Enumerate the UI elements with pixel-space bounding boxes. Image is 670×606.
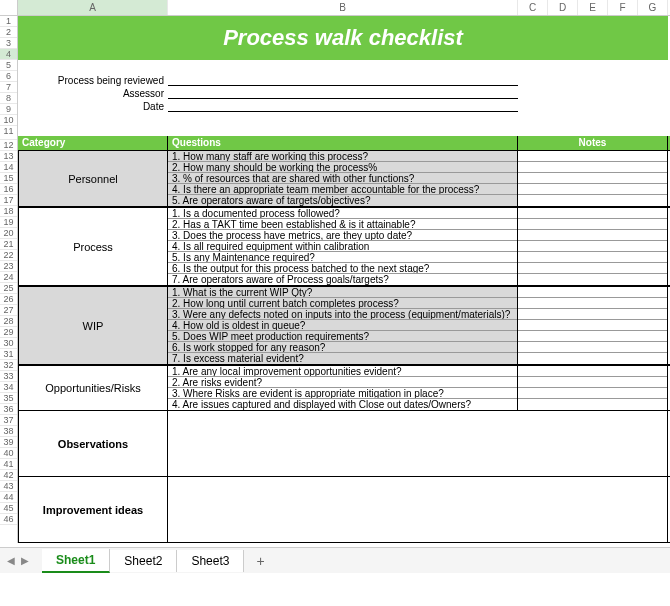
add-sheet-button[interactable]: + xyxy=(244,549,276,573)
row-header-42[interactable]: 42 xyxy=(0,470,17,481)
question-cell[interactable]: 1. What is the current WIP Qty? xyxy=(168,287,517,298)
row-header-43[interactable]: 43 xyxy=(0,481,17,492)
notes-cell[interactable] xyxy=(518,287,667,298)
question-cell[interactable]: 1. Is a documented process followed? xyxy=(168,208,517,219)
notes-cell[interactable] xyxy=(518,377,667,388)
tab-next-icon[interactable]: ▶ xyxy=(18,555,32,566)
notes-cell[interactable] xyxy=(518,309,667,320)
col-header-c[interactable]: C xyxy=(518,0,548,15)
row-header-10[interactable]: 10 xyxy=(0,115,17,126)
notes-cell[interactable] xyxy=(518,151,667,162)
row-header-5[interactable]: 5 xyxy=(0,60,17,71)
select-all-corner[interactable] xyxy=(0,0,18,15)
question-cell[interactable]: 2. Has a TAKT time been established & is… xyxy=(168,219,517,230)
row-header-18[interactable]: 18 xyxy=(0,206,17,217)
row-header-31[interactable]: 31 xyxy=(0,349,17,360)
row-header-20[interactable]: 20 xyxy=(0,228,17,239)
row-header-34[interactable]: 34 xyxy=(0,382,17,393)
notes-cell[interactable] xyxy=(518,331,667,342)
question-cell[interactable]: 6. Is the output for this process batche… xyxy=(168,263,517,274)
question-cell[interactable]: 3. % of resources that are shared with o… xyxy=(168,173,517,184)
col-header-g[interactable]: G xyxy=(638,0,668,15)
question-cell[interactable]: 5. Are operators aware of targets/object… xyxy=(168,195,517,206)
row-header-14[interactable]: 14 xyxy=(0,162,17,173)
row-header-45[interactable]: 45 xyxy=(0,503,17,514)
col-header-a[interactable]: A xyxy=(18,0,168,15)
row-header-21[interactable]: 21 xyxy=(0,239,17,250)
notes-cell[interactable] xyxy=(518,366,667,377)
question-cell[interactable]: 4. How old is oldest in queue? xyxy=(168,320,517,331)
question-cell[interactable]: 5. Is any Maintenance required? xyxy=(168,252,517,263)
notes-cell[interactable] xyxy=(518,388,667,399)
category-cell[interactable]: Opportunities/Risks xyxy=(18,366,168,410)
col-header-d[interactable]: D xyxy=(548,0,578,15)
notes-cell[interactable] xyxy=(518,298,667,309)
row-header-11[interactable]: 11 xyxy=(0,126,17,140)
row-header-3[interactable]: 3 xyxy=(0,38,17,49)
notes-cell[interactable] xyxy=(518,241,667,252)
question-cell[interactable]: 3. Where Risks are evident is appropriat… xyxy=(168,388,517,399)
row-header-28[interactable]: 28 xyxy=(0,316,17,327)
row-header-17[interactable]: 17 xyxy=(0,195,17,206)
category-cell[interactable]: Observations xyxy=(18,411,168,476)
freeform-cell[interactable] xyxy=(168,411,668,476)
col-header-f[interactable]: F xyxy=(608,0,638,15)
notes-cell[interactable] xyxy=(518,230,667,241)
process-input-line[interactable] xyxy=(168,75,518,86)
row-header-46[interactable]: 46 xyxy=(0,514,17,525)
question-cell[interactable]: 2. How many should be working the proces… xyxy=(168,162,517,173)
row-header-30[interactable]: 30 xyxy=(0,338,17,349)
category-cell[interactable]: Process xyxy=(18,208,168,285)
notes-cell[interactable] xyxy=(518,399,667,410)
category-cell[interactable]: Personnel xyxy=(18,151,168,206)
question-cell[interactable]: 2. Are risks evident? xyxy=(168,377,517,388)
tab-prev-icon[interactable]: ◀ xyxy=(4,555,18,566)
row-header-27[interactable]: 27 xyxy=(0,305,17,316)
row-header-32[interactable]: 32 xyxy=(0,360,17,371)
category-cell[interactable]: WIP xyxy=(18,287,168,364)
row-header-23[interactable]: 23 xyxy=(0,261,17,272)
sheet-tab-3[interactable]: Sheet3 xyxy=(177,550,244,572)
question-cell[interactable]: 3. Were any defects noted on inputs into… xyxy=(168,309,517,320)
assessor-input-line[interactable] xyxy=(168,88,518,99)
freeform-cell[interactable] xyxy=(168,477,668,542)
row-header-25[interactable]: 25 xyxy=(0,283,17,294)
row-header-13[interactable]: 13 xyxy=(0,151,17,162)
question-cell[interactable]: 4. Are issues captured and displayed wit… xyxy=(168,399,517,410)
row-header-12[interactable]: 12 xyxy=(0,140,17,151)
question-cell[interactable]: 2. How long until current batch complete… xyxy=(168,298,517,309)
notes-cell[interactable] xyxy=(518,252,667,263)
question-cell[interactable]: 1. How many staff are working this proce… xyxy=(168,151,517,162)
row-header-1[interactable]: 1 xyxy=(0,16,17,27)
row-header-8[interactable]: 8 xyxy=(0,93,17,104)
sheet-content[interactable]: Process walk checklist Process being rev… xyxy=(18,16,670,543)
col-header-b[interactable]: B xyxy=(168,0,518,15)
notes-cell[interactable] xyxy=(518,342,667,353)
row-header-35[interactable]: 35 xyxy=(0,393,17,404)
sheet-tab-2[interactable]: Sheet2 xyxy=(110,550,177,572)
question-cell[interactable]: 6. Is work stopped for any reason? xyxy=(168,342,517,353)
row-header-7[interactable]: 7 xyxy=(0,82,17,93)
sheet-tab-1[interactable]: Sheet1 xyxy=(42,549,110,573)
question-cell[interactable]: 4. Is there an appropriate team member a… xyxy=(168,184,517,195)
row-header-2[interactable]: 2 xyxy=(0,27,17,38)
notes-cell[interactable] xyxy=(518,263,667,274)
notes-cell[interactable] xyxy=(518,353,667,364)
question-cell[interactable]: 3. Does the process have metrics, are th… xyxy=(168,230,517,241)
row-header-15[interactable]: 15 xyxy=(0,173,17,184)
row-header-38[interactable]: 38 xyxy=(0,426,17,437)
row-header-44[interactable]: 44 xyxy=(0,492,17,503)
notes-cell[interactable] xyxy=(518,274,667,285)
question-cell[interactable]: 7. Are operators aware of Process goals/… xyxy=(168,274,517,285)
notes-cell[interactable] xyxy=(518,320,667,331)
question-cell[interactable]: 7. Is excess material evident? xyxy=(168,353,517,364)
date-input-line[interactable] xyxy=(168,101,518,112)
row-header-6[interactable]: 6 xyxy=(0,71,17,82)
row-header-24[interactable]: 24 xyxy=(0,272,17,283)
row-header-9[interactable]: 9 xyxy=(0,104,17,115)
notes-cell[interactable] xyxy=(518,173,667,184)
notes-cell[interactable] xyxy=(518,162,667,173)
col-header-e[interactable]: E xyxy=(578,0,608,15)
row-header-29[interactable]: 29 xyxy=(0,327,17,338)
row-header-19[interactable]: 19 xyxy=(0,217,17,228)
